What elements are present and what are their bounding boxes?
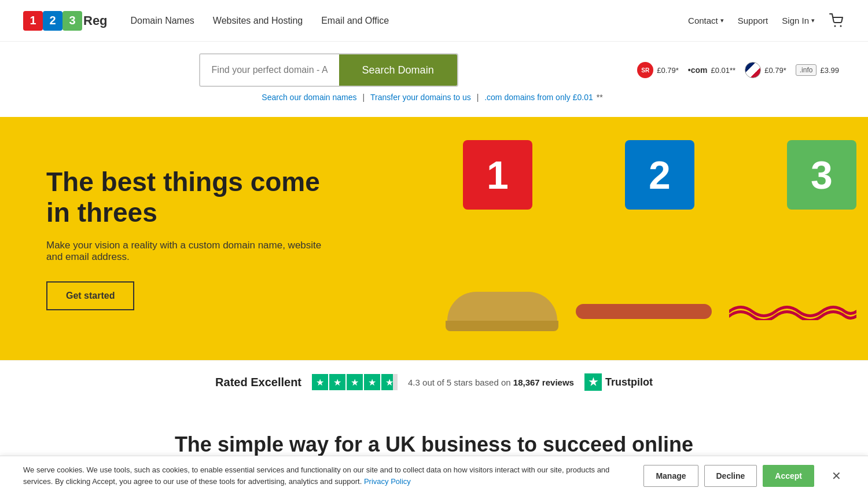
badge-uk-icon: UK [745,62,761,78]
badge-com-price: £0.01** [711,66,736,75]
trust-reviews-count: 18,367 reviews [513,377,574,387]
header-right: Contact ▾ Support Sign In ▾ [688,13,845,29]
search-row: Search Domain SR £0.79* •com £0.01** UK … [29,53,839,87]
search-button[interactable]: Search Domain [339,54,457,86]
logo[interactable]: 1 2 3 Reg [23,11,108,31]
cookie-decline-button[interactable]: Decline [704,465,757,486]
hero-num-2: 2 [625,140,694,210]
hero-subtitle: Make your vision a reality with a custom… [46,240,324,263]
logo-box-1: 1 [23,11,43,31]
get-started-button[interactable]: Get started [46,281,134,310]
star-2: ★ [329,374,345,390]
svg-point-1 [840,25,842,27]
logo-box-3: 3 [62,11,82,31]
hero-title: The best things come in threes [46,167,324,228]
below-fold-title: The simple way for a UK business to succ… [46,432,822,457]
hero-illustration: 1 2 3 [434,117,868,360]
cookie-banner: We serve cookies. We use tools, such as … [0,456,868,486]
cookie-manage-button[interactable]: Manage [643,465,698,486]
com-suffix: ** [597,93,603,102]
search-input[interactable] [200,54,339,86]
trust-rated-label: Rated Excellent [215,376,301,389]
nav-websites-hosting[interactable]: Websites and Hosting [213,16,303,26]
cookie-buttons: Manage Decline Accept [643,465,814,486]
logo-box-2: 2 [43,11,62,31]
support-button[interactable]: Support [738,16,768,25]
hero-section: The best things come in threes Make your… [0,117,868,360]
badge-sr-price: £0.79* [657,66,679,75]
trustpilot-star-icon: ★ [584,373,602,391]
badge-info-label: .info [796,64,817,76]
badge-info-price: £3.99 [820,66,839,75]
links-row: Search our domain names | Transfer your … [23,87,845,110]
contact-chevron-icon: ▾ [720,17,724,24]
star-1: ★ [312,374,328,390]
hero-num-3: 3 [787,140,856,210]
hero-text: The best things come in threes Make your… [46,167,324,310]
signin-chevron-icon: ▾ [811,17,815,24]
hero-num-1: 1 [463,140,532,210]
transfer-domains-link[interactable]: Transfer your domains to us [370,93,471,102]
cart-icon[interactable] [829,13,845,29]
links-separator-1: | [362,93,367,102]
header: 1 2 3 Reg Domain Names Websites and Host… [0,0,868,42]
cookie-accept-button[interactable]: Accept [763,465,814,486]
star-4: ★ [364,374,380,390]
hotdog-bun [446,292,558,331]
badge-info: .info £3.99 [796,64,839,76]
search-bar: Search Domain [199,53,458,87]
logo-text: Reg [83,13,108,28]
privacy-policy-link[interactable]: Privacy Policy [364,477,411,486]
ketchup-wavy [729,303,856,320]
trustpilot-logo: ★ Trustpilot [584,373,653,391]
badge-sr-icon: SR [637,62,653,78]
badge-sr: SR £0.79* [637,62,679,78]
links-separator-2: | [477,93,481,102]
cookie-close-button[interactable]: ✕ [828,469,845,483]
badge-com: •com £0.01** [688,65,735,75]
sign-in-button[interactable]: Sign In ▾ [782,16,815,25]
trust-score-text: 4.3 out of 5 stars based on 18,367 revie… [408,377,574,387]
search-domain-names-link[interactable]: Search our domain names [262,93,356,102]
cookie-text: We serve cookies. We use tools, such as … [23,464,630,486]
search-section: Search Domain SR £0.79* •com £0.01** UK … [0,42,868,117]
sausage [576,304,712,319]
main-nav: Domain Names Websites and Hosting Email … [131,16,389,26]
badge-uk: UK £0.79* [745,62,786,78]
nav-email-office[interactable]: Email and Office [321,16,389,26]
com-domains-link[interactable]: .com domains from only £0.01 [484,93,593,102]
wavy-icon [729,303,856,320]
star-3: ★ [347,374,363,390]
contact-button[interactable]: Contact ▾ [688,16,724,25]
nav-domain-names[interactable]: Domain Names [131,16,194,26]
trust-section: Rated Excellent ★ ★ ★ ★ ★ 4.3 out of 5 s… [0,360,868,404]
badge-uk-price: £0.79* [764,66,786,75]
svg-point-0 [834,25,836,27]
badge-com-label: •com [688,65,708,75]
star-5-half: ★ [381,374,398,390]
trustpilot-name: Trustpilot [605,376,653,388]
trust-stars: ★ ★ ★ ★ ★ [312,374,398,390]
domain-badges: SR £0.79* •com £0.01** UK £0.79* .info £… [637,62,839,78]
